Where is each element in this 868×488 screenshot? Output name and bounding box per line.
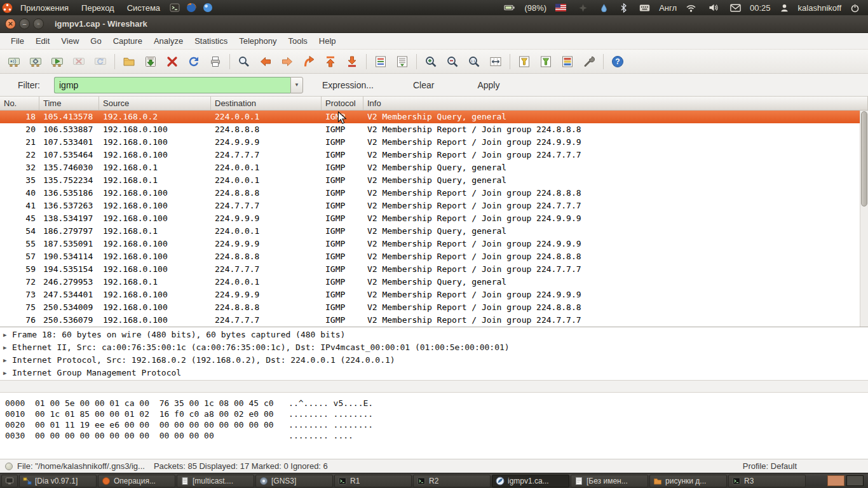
display-filters-icon[interactable] [535, 52, 557, 71]
table-row[interactable]: 59 194.535154 192.168.0.100 224.7.7.7 IG… [0, 263, 868, 276]
zoom-out-icon[interactable] [442, 52, 463, 71]
capture-stop-icon[interactable] [68, 52, 90, 71]
menu-go[interactable]: Go [85, 33, 107, 49]
open-file-icon[interactable] [118, 52, 140, 71]
packet-list-scrollbar[interactable] [860, 111, 868, 327]
expert-info-icon[interactable] [5, 463, 13, 470]
window-close-button[interactable]: ✕ [5, 18, 16, 29]
taskbar-item-r1[interactable]: R1 [334, 475, 412, 487]
menu-edit[interactable]: Edit [30, 33, 55, 49]
resize-columns-icon[interactable] [485, 52, 506, 71]
hex-row[interactable]: 0020 00 01 11 19 ee e6 00 00 00 00 00 00… [5, 419, 868, 430]
hex-row[interactable]: 0030 00 00 00 00 00 00 00 00 00 00 00 00… [5, 430, 868, 441]
menu-applications[interactable]: Приложения [14, 0, 75, 15]
detail-row[interactable]: ▶ Internet Protocol, Src: 192.168.0.2 (1… [0, 354, 868, 367]
expression-button[interactable]: Expression... [316, 77, 380, 93]
column-header-destination[interactable]: Destination [211, 97, 322, 110]
expander-icon[interactable]: ▶ [3, 354, 12, 367]
detail-row[interactable]: ▶ Frame 18: 60 bytes on wire (480 bits),… [0, 329, 868, 341]
taskbar-item-unnamed-doc[interactable]: [Без имен... [571, 475, 648, 487]
keyboard-layout-flag-icon[interactable] [552, 0, 569, 15]
terminal-launcher-icon[interactable] [166, 0, 183, 15]
expander-icon[interactable]: ▶ [3, 329, 12, 341]
column-header-source[interactable]: Source [99, 97, 211, 110]
taskbar-item-dia[interactable]: [Dia v0.97.1] [19, 475, 97, 487]
tool-indicator-icon[interactable] [575, 0, 591, 15]
menu-analyze[interactable]: Analyze [148, 33, 189, 49]
menu-capture[interactable]: Capture [107, 33, 148, 49]
wifi-icon[interactable] [682, 0, 700, 15]
window-maximize-button[interactable]: ▫ [33, 18, 44, 29]
app-launcher-icon[interactable] [200, 0, 216, 15]
menu-file[interactable]: File [5, 33, 30, 49]
find-packet-icon[interactable] [233, 52, 255, 71]
column-header-time[interactable]: Time [39, 97, 99, 110]
bluetooth-icon[interactable] [617, 0, 630, 15]
column-header-info[interactable]: Info [363, 97, 868, 110]
capture-filters-icon[interactable] [513, 52, 535, 71]
expander-icon[interactable]: ▶ [3, 341, 12, 354]
table-row[interactable]: 32 135.746030 192.168.0.1 224.0.0.1 IGMP… [0, 161, 868, 174]
pane-splitter[interactable] [0, 380, 868, 393]
table-row[interactable]: 20 106.533887 192.168.0.100 224.8.8.8 IG… [0, 123, 868, 136]
go-forward-icon[interactable] [276, 52, 298, 71]
go-to-bottom-icon[interactable] [341, 52, 363, 71]
apply-button[interactable]: Apply [471, 77, 506, 93]
capture-restart-icon[interactable] [90, 52, 111, 71]
keyboard-indicator-icon[interactable] [636, 0, 653, 15]
taskbar-item-pictures-folder[interactable]: рисунки д... [649, 475, 727, 487]
go-to-packet-icon[interactable] [298, 52, 320, 71]
filter-input[interactable] [54, 77, 290, 93]
table-row[interactable]: 54 186.279797 192.168.0.1 224.0.0.1 IGMP… [0, 225, 868, 238]
window-minimize-button[interactable]: – [19, 18, 30, 29]
volume-icon[interactable] [705, 0, 721, 15]
keyboard-layout-label[interactable]: Англ [659, 3, 677, 13]
hex-row[interactable]: 0000 01 00 5e 00 00 01 ca 00 76 35 00 1c… [5, 398, 868, 409]
battery-icon[interactable] [501, 0, 519, 15]
filter-dropdown-button[interactable]: ▼ [290, 77, 303, 93]
taskbar-item-r2[interactable]: R2 [413, 475, 491, 487]
zoom-100-icon[interactable]: 1:1 [463, 52, 485, 71]
taskbar-item-gns3[interactable]: [GNS3] [255, 475, 333, 487]
save-file-icon[interactable] [140, 52, 161, 71]
workspace-1[interactable] [827, 475, 844, 486]
colorize-list-icon[interactable] [370, 52, 391, 71]
taskbar-item-operation[interactable]: Операция... [98, 475, 175, 487]
workspace-2[interactable] [846, 475, 864, 486]
scrollbar-thumb[interactable] [861, 111, 867, 207]
table-row[interactable]: 55 187.535091 192.168.0.100 224.9.9.9 IG… [0, 238, 868, 250]
table-row[interactable]: 40 136.535186 192.168.0.100 224.8.8.8 IG… [0, 187, 868, 200]
hex-row[interactable]: 0010 00 1c 01 85 00 00 01 02 16 f0 c0 a8… [5, 409, 868, 419]
column-header-protocol[interactable]: Protocol [322, 97, 363, 110]
reload-file-icon[interactable] [183, 52, 205, 71]
go-to-top-icon[interactable] [320, 52, 341, 71]
menu-system[interactable]: Система [121, 0, 166, 15]
menu-view[interactable]: View [55, 33, 85, 49]
list-interfaces-icon[interactable] [3, 52, 25, 71]
go-back-icon[interactable] [255, 52, 276, 71]
firefox-launcher-icon[interactable] [183, 0, 200, 15]
power-icon[interactable] [847, 0, 863, 15]
clock[interactable]: 00:25 [750, 3, 771, 13]
print-icon[interactable] [205, 52, 226, 71]
taskbar-item-r3[interactable]: R3 [728, 475, 806, 487]
close-file-icon[interactable] [161, 52, 183, 71]
table-row[interactable]: 18 105.413578 192.168.0.2 224.0.0.1 IGMP… [0, 111, 868, 123]
window-titlebar[interactable]: ✕ – ▫ igmpv1.cap - Wireshark [0, 15, 868, 33]
menu-places[interactable]: Переход [75, 0, 121, 15]
ubuntu-logo-icon[interactable] [0, 0, 14, 15]
table-row[interactable]: 75 250.534009 192.168.0.100 224.8.8.8 IG… [0, 301, 868, 314]
capture-start-icon[interactable] [46, 52, 68, 71]
show-desktop-button[interactable] [1, 475, 18, 487]
clear-button[interactable]: Clear [407, 77, 440, 93]
menu-telephony[interactable]: Telephony [233, 33, 282, 49]
user-menu[interactable]: kalashnikoff [798, 3, 841, 13]
help-icon[interactable]: ? [607, 52, 628, 71]
preferences-icon[interactable] [578, 52, 600, 71]
table-row[interactable]: 72 246.279953 192.168.0.1 224.0.0.1 IGMP… [0, 276, 868, 288]
table-row[interactable]: 76 250.536079 192.168.0.100 224.7.7.7 IG… [0, 314, 868, 327]
zoom-in-icon[interactable] [420, 52, 442, 71]
table-row[interactable]: 41 136.537263 192.168.0.100 224.7.7.7 IG… [0, 200, 868, 212]
coloring-rules-icon[interactable] [557, 52, 578, 71]
column-header-no[interactable]: No. [0, 97, 39, 110]
